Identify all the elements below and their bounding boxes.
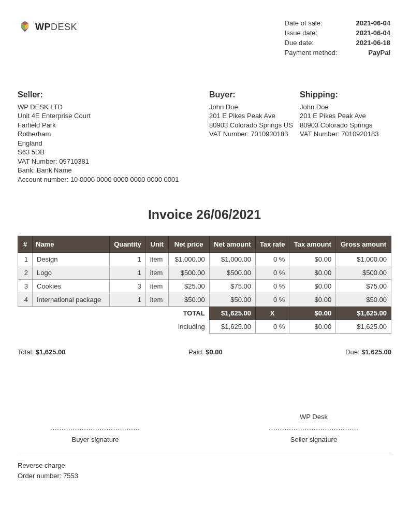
- due-date-label: Due date:: [285, 38, 355, 47]
- header: WPDESK Date of sale: 2021-06-04 Issue da…: [18, 18, 391, 58]
- cell-idx: 3: [18, 280, 33, 293]
- cell-tax-amount: $0.00: [289, 293, 336, 307]
- seller-heading: Seller:: [18, 89, 209, 100]
- seller-sig-name: WP Desk: [236, 413, 391, 422]
- including-gross: $1,625.00: [336, 320, 391, 334]
- col-tax-amount: Tax amount: [289, 236, 336, 253]
- cell-unit: item: [145, 280, 168, 293]
- col-idx: #: [18, 236, 33, 253]
- buyer-line: VAT Number: 7010920183: [209, 130, 300, 139]
- cell-net-price: $500.00: [168, 266, 209, 280]
- sig-dots: ........................................: [18, 424, 173, 432]
- cell-idx: 2: [18, 266, 33, 280]
- divider: [18, 453, 391, 453]
- shipping-block: Shipping: John Doe 201 E Pikes Peak Ave …: [300, 89, 390, 184]
- parties: Seller: WP DESK LTD Unit 4E Enterprise C…: [18, 89, 391, 184]
- summary-due: Due: $1,625.00: [345, 348, 391, 356]
- buyer-signature: ........................................…: [18, 413, 173, 443]
- buyer-line: John Doe: [209, 103, 300, 112]
- cell-net-amount: $500.00: [209, 266, 255, 280]
- cell-qty: 1: [110, 253, 145, 266]
- col-qty: Quantity: [110, 236, 145, 253]
- cell-tax-rate: 0 %: [255, 293, 289, 307]
- total-gross: $1,625.00: [336, 307, 391, 320]
- cell-gross: $75.00: [336, 280, 391, 293]
- logo: WPDESK: [18, 20, 77, 34]
- total-net-amount: $1,625.00: [209, 307, 255, 320]
- cell-net-amount: $1,000.00: [209, 253, 255, 266]
- cell-gross: $50.00: [336, 293, 391, 307]
- cell-qty: 3: [110, 280, 145, 293]
- summary-paid: Paid: $0.00: [188, 348, 223, 356]
- col-name: Name: [33, 236, 110, 253]
- seller-line: Rotherham: [18, 130, 209, 139]
- cell-net-amount: $50.00: [209, 293, 255, 307]
- cell-gross: $1,000.00: [336, 253, 391, 266]
- sig-dots: ........................................: [236, 424, 391, 432]
- date-of-sale-value: 2021-06-04: [356, 19, 391, 27]
- shipping-line: 201 E Pikes Peak Ave: [300, 111, 390, 121]
- including-tax-rate: 0 %: [255, 320, 289, 334]
- table-row: 1 Design 1 item $1,000.00 $1,000.00 0 % …: [18, 253, 391, 266]
- total-label: TOTAL: [18, 307, 210, 320]
- col-net-amount: Net amount: [209, 236, 255, 253]
- meta-table: Date of sale: 2021-06-04 Issue date: 202…: [284, 18, 391, 58]
- cell-unit: item: [145, 253, 168, 266]
- invoice-title: Invoice 26/06/2021: [18, 207, 391, 222]
- col-net-price: Net price: [168, 236, 209, 253]
- shipping-line: John Doe: [300, 103, 390, 112]
- issue-date-value: 2021-06-04: [356, 28, 391, 37]
- total-tax-amount: $0.00: [289, 307, 336, 320]
- cell-idx: 1: [18, 253, 33, 266]
- seller-line: VAT Number: 09710381: [18, 157, 209, 166]
- total-row: TOTAL $1,625.00 X $0.00 $1,625.00: [18, 307, 391, 320]
- including-net-amount: $1,625.00: [209, 320, 255, 334]
- buyer-line: 80903 Colorado Springs US: [209, 121, 300, 130]
- cell-tax-rate: 0 %: [255, 280, 289, 293]
- cell-idx: 4: [18, 293, 33, 307]
- footer-line: Reverse charge: [18, 461, 391, 471]
- including-row: Including $1,625.00 0 % $0.00 $1,625.00: [18, 320, 391, 334]
- summary-row: Total: $1,625.00 Paid: $0.00 Due: $1,625…: [18, 348, 391, 356]
- summary-total: Total: $1,625.00: [18, 348, 66, 356]
- seller-line: WP DESK LTD: [18, 103, 209, 112]
- cell-gross: $500.00: [336, 266, 391, 280]
- cell-tax-amount: $0.00: [289, 253, 336, 266]
- cell-tax-rate: 0 %: [255, 253, 289, 266]
- seller-line: Unit 4E Enterprise Court: [18, 111, 209, 121]
- cell-unit: item: [145, 293, 168, 307]
- cell-name: Logo: [33, 266, 110, 280]
- col-gross: Gross amount: [336, 236, 391, 253]
- seller-sig-label: Seller signature: [236, 436, 391, 443]
- cell-net-price: $1,000.00: [168, 253, 209, 266]
- buyer-heading: Buyer:: [209, 89, 300, 100]
- cell-tax-rate: 0 %: [255, 266, 289, 280]
- cell-net-amount: $75.00: [209, 280, 255, 293]
- table-row: 3 Cookies 3 item $25.00 $75.00 0 % $0.00…: [18, 280, 391, 293]
- cell-name: International package: [33, 293, 110, 307]
- table-row: 4 International package 1 item $50.00 $5…: [18, 293, 391, 307]
- including-label: Including: [18, 320, 210, 334]
- payment-method-label: Payment method:: [285, 48, 355, 57]
- cell-tax-amount: $0.00: [289, 266, 336, 280]
- issue-date-label: Issue date:: [285, 28, 355, 37]
- items-table: # Name Quantity Unit Net price Net amoun…: [18, 236, 391, 334]
- cell-tax-amount: $0.00: [289, 280, 336, 293]
- shipping-line: 80903 Colorado Springs: [300, 121, 390, 130]
- col-unit: Unit: [145, 236, 168, 253]
- col-tax-rate: Tax rate: [255, 236, 289, 253]
- buyer-block: Buyer: John Doe 201 E Pikes Peak Ave 809…: [209, 89, 300, 184]
- footer-notes: Reverse charge Order number: 7553: [18, 461, 391, 481]
- including-tax-amount: $0.00: [289, 320, 336, 334]
- seller-line: Account number: 10 0000 0000 0000 0000 0…: [18, 175, 209, 184]
- table-row: 2 Logo 1 item $500.00 $500.00 0 % $0.00 …: [18, 266, 391, 280]
- cell-qty: 1: [110, 266, 145, 280]
- cell-name: Design: [33, 253, 110, 266]
- cell-net-price: $50.00: [168, 293, 209, 307]
- logo-text: WPDESK: [35, 22, 77, 33]
- cell-unit: item: [145, 266, 168, 280]
- seller-block: Seller: WP DESK LTD Unit 4E Enterprise C…: [18, 89, 209, 184]
- seller-line: Farfield Park: [18, 121, 209, 130]
- seller-line: England: [18, 139, 209, 148]
- buyer-line: 201 E Pikes Peak Ave: [209, 111, 300, 121]
